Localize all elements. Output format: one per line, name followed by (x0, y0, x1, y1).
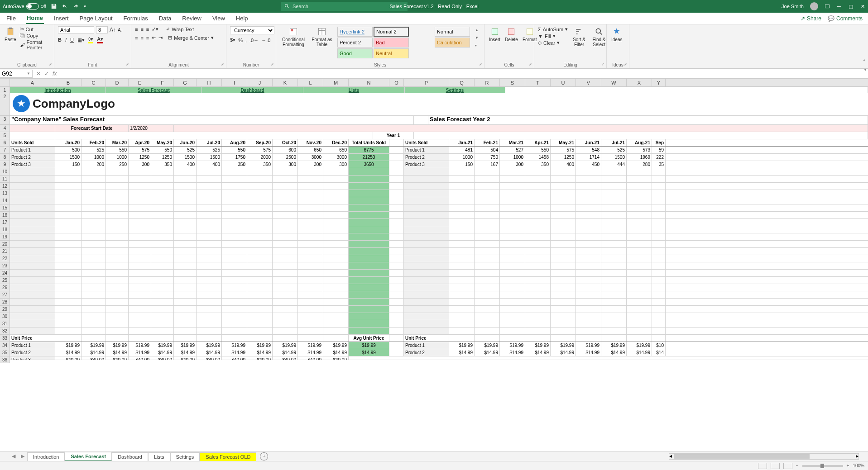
price-value[interactable]: $14.99 (151, 349, 174, 356)
col-F[interactable]: F (151, 79, 174, 86)
units-value[interactable]: 150 (449, 161, 475, 168)
font-size-input[interactable] (96, 26, 108, 33)
units-value[interactable]: 575 (247, 147, 273, 153)
total-units-value[interactable]: 6775 (349, 147, 389, 153)
units-value[interactable]: 1250 (551, 154, 576, 161)
find-select-button[interactable]: Find & Select (590, 26, 608, 48)
nav-link[interactable]: Dashboard (202, 87, 303, 93)
format-painter-button[interactable]: 🖌Format Painter (20, 39, 50, 50)
price-value[interactable]: $14.99 (525, 349, 551, 356)
price-value[interactable]: $19.99 (525, 342, 551, 349)
row-header[interactable]: 1 (0, 87, 10, 93)
styles-scroll-down-icon[interactable]: ▼ (475, 36, 479, 40)
units-value[interactable]: 1458 (525, 154, 551, 161)
price-value[interactable]: $14.99 (551, 349, 576, 356)
units-value[interactable]: 1969 (627, 154, 652, 161)
sheet-tab-lists[interactable]: Lists (148, 452, 170, 461)
col-S[interactable]: S (500, 79, 525, 86)
row-header[interactable]: 32 (0, 328, 10, 335)
fx-icon[interactable]: fx (53, 71, 57, 77)
units-value[interactable]: 527 (500, 147, 525, 153)
minimize-button[interactable]: ─ (836, 4, 842, 9)
price-value[interactable]: $14.99 (129, 349, 151, 356)
nav-link[interactable]: Lists (303, 87, 405, 93)
tab-insert[interactable]: Insert (53, 13, 70, 24)
total-units-value[interactable]: 21250 (349, 154, 389, 161)
row-header[interactable]: 29 (0, 306, 10, 313)
italic-button[interactable]: I (65, 37, 67, 43)
units-value[interactable]: 1714 (576, 154, 601, 161)
price-value[interactable]: $19.99 (273, 342, 298, 349)
col-L[interactable]: L (298, 79, 323, 86)
nav-link[interactable]: Settings (405, 87, 505, 93)
col-Y[interactable]: Y (652, 79, 666, 86)
product-name[interactable]: Product 3 (404, 161, 449, 168)
ribbon-mode-icon[interactable] (825, 4, 830, 9)
row-header[interactable]: 11 (0, 176, 10, 183)
product-name[interactable]: Product 2 (10, 349, 55, 356)
col-W[interactable]: W (601, 79, 627, 86)
price-value[interactable]: $14.99 (273, 349, 298, 356)
row-header[interactable]: 16 (0, 212, 10, 219)
col-V[interactable]: V (576, 79, 601, 86)
format-as-table-button[interactable]: Format as Table (310, 26, 334, 48)
units-value[interactable]: 250 (106, 161, 129, 168)
price-value[interactable]: $19.99 (151, 342, 174, 349)
units-value[interactable]: 400 (551, 161, 576, 168)
horizontal-scrollbar[interactable]: ◀▶ (669, 453, 859, 460)
units-value[interactable]: 550 (525, 147, 551, 153)
row-header[interactable]: 34 (0, 342, 10, 349)
style-bad[interactable]: Bad (374, 38, 409, 47)
tab-nav-next-icon[interactable]: ▶ (18, 453, 27, 459)
row-header[interactable]: 21 (0, 248, 10, 255)
share-button[interactable]: ↗ Share (801, 15, 821, 22)
units-value[interactable]: 550 (222, 147, 247, 153)
row-header[interactable]: 24 (0, 270, 10, 277)
price-value[interactable]: $14.99 (449, 349, 475, 356)
price-value[interactable]: $19.99 (106, 342, 129, 349)
maximize-button[interactable]: ▢ (848, 4, 854, 9)
row-header[interactable]: 3 (0, 116, 10, 125)
row-header[interactable]: 35 (0, 349, 10, 356)
save-icon[interactable] (51, 3, 57, 9)
tab-home[interactable]: Home (26, 13, 44, 24)
units-value[interactable]: 300 (323, 161, 349, 168)
col-O[interactable]: O (389, 79, 404, 86)
price-value[interactable]: $14.99 (55, 349, 82, 356)
row-header[interactable]: 14 (0, 197, 10, 204)
units-value[interactable]: 600 (273, 147, 298, 153)
price-value[interactable]: $19.99 (475, 342, 500, 349)
style-hyperlink2[interactable]: Hyperlink 2 (337, 27, 373, 37)
units-value[interactable]: 525 (197, 147, 222, 153)
col-N[interactable]: N (349, 79, 389, 86)
col-C[interactable]: C (82, 79, 106, 86)
style-calculation[interactable]: Calculation (435, 38, 470, 47)
style-neutral[interactable]: Neutral (374, 48, 409, 58)
styles-more-icon[interactable]: ▾ (475, 43, 479, 47)
row-header[interactable]: 19 (0, 233, 10, 241)
col-B[interactable]: B (55, 79, 82, 86)
units-value[interactable]: 550 (151, 147, 174, 153)
avg-price-value[interactable]: $19.99 (349, 342, 389, 349)
product-name[interactable]: Product 2 (10, 154, 55, 161)
product-name[interactable]: Product 3 (10, 161, 55, 168)
row-header[interactable]: 33 (0, 335, 10, 342)
price-value[interactable]: $19.99 (174, 342, 197, 349)
price-value[interactable]: $19.99 (551, 342, 576, 349)
units-value[interactable]: 525 (601, 147, 627, 153)
cancel-formula-icon[interactable]: ✕ (36, 71, 41, 77)
product-name[interactable]: Product 2 (404, 154, 449, 161)
user-name[interactable]: Joe Smith (782, 4, 804, 9)
row-header[interactable]: 7 (0, 147, 10, 154)
view-normal-icon[interactable] (758, 463, 767, 469)
forecast-start-value[interactable]: 1/2/2020 (129, 125, 174, 132)
cut-button[interactable]: ✂Cut (20, 26, 50, 32)
search-box[interactable]: Search (281, 2, 408, 11)
qat-dropdown-icon[interactable]: ▼ (83, 5, 87, 9)
indent-decrease-icon[interactable]: ⇤ (152, 35, 156, 41)
units-value[interactable]: 59 (652, 147, 666, 153)
merge-center-button[interactable]: ⊞Merge & Center▾ (168, 35, 214, 41)
tab-page-layout[interactable]: Page Layout (79, 13, 114, 24)
increase-font-icon[interactable]: A↑ (110, 27, 116, 33)
decrease-font-icon[interactable]: A↓ (118, 28, 123, 33)
